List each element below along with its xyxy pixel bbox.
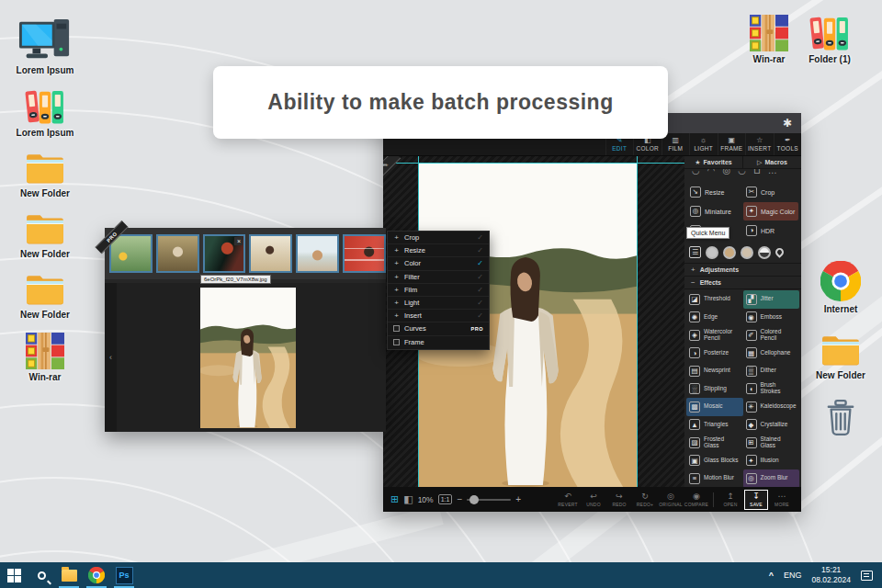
effect-cellophane[interactable]: ▦Cellophane xyxy=(743,345,800,363)
language-indicator[interactable]: ENG xyxy=(784,571,802,580)
menu-item-curves[interactable]: CurvesPRO xyxy=(388,322,489,335)
desktop-icon-lorem-ipsum[interactable]: Lorem Ipsum xyxy=(11,17,79,75)
collapse-arrow-icon[interactable]: ‹ xyxy=(109,353,112,362)
action-original[interactable]: ◎ORIGINAL xyxy=(659,492,683,507)
menu-item-filter[interactable]: +Filter✓ xyxy=(388,271,489,284)
desktop-icon-trash[interactable] xyxy=(812,399,869,437)
thumbnail-field-person-yellow-jacket[interactable] xyxy=(109,234,153,273)
action-more[interactable]: ⋯MORE xyxy=(770,492,794,507)
effect-colored-pencil[interactable]: ✐Colored Pencil xyxy=(743,326,800,345)
effect-edge[interactable]: ✺Edge xyxy=(686,309,743,327)
menu-item-frame[interactable]: Frame xyxy=(388,336,489,349)
preset-circle-4[interactable] xyxy=(758,246,771,259)
close-icon[interactable]: × xyxy=(234,237,243,245)
start-button[interactable] xyxy=(0,562,28,588)
effect-dither[interactable]: ▒Dither xyxy=(743,362,800,380)
checkbox[interactable] xyxy=(393,339,400,345)
action-undo[interactable]: ↩UNDO xyxy=(582,492,605,507)
menu-item-color[interactable]: +Color✓ xyxy=(388,257,489,270)
effect-stained-glass[interactable]: ⊞Stained Glass xyxy=(743,434,800,452)
effect-newsprint[interactable]: ▤Newsprint xyxy=(686,362,743,380)
action-redo[interactable]: ↪REDO xyxy=(607,492,631,507)
action-redo[interactable]: ↻REDO+ xyxy=(633,492,657,507)
effect-watercolor-pencil[interactable]: ◈Watercolor Pencil xyxy=(686,326,743,345)
tab-frame[interactable]: ▣FRAME xyxy=(718,133,746,155)
action-revert[interactable]: ↶REVERT xyxy=(556,492,580,507)
action-compare[interactable]: ◉COMPARE xyxy=(684,492,708,507)
desktop-icon-folder-1[interactable]: Folder (1) xyxy=(808,15,851,64)
grid-view-icon[interactable]: ⊞ xyxy=(390,494,399,504)
tool-miniature[interactable]: ◎Miniature xyxy=(687,202,742,220)
effect-motion-blur[interactable]: ≡Motion Blur xyxy=(686,469,743,487)
thumbnail-dark-artistic-portrait[interactable]: × xyxy=(203,234,246,273)
menu-item-insert[interactable]: +Insert✓ xyxy=(388,310,489,322)
preset-circle-1[interactable] xyxy=(706,246,718,259)
effect-mosaic[interactable]: ▩Mosaic xyxy=(686,398,743,416)
desktop-icon-internet[interactable]: Internet xyxy=(812,261,869,314)
tray-expand-chevron[interactable]: ^ xyxy=(769,571,774,580)
effect-emboss[interactable]: ◉Emboss xyxy=(743,309,800,327)
effect-brush-strokes[interactable]: ◖Brush Strokes xyxy=(743,380,800,399)
effect-threshold[interactable]: ◪Threshold xyxy=(686,290,743,309)
thumbnail-woman-in-tall-flowers[interactable] xyxy=(156,234,199,273)
tab-tools[interactable]: ✒TOOLS xyxy=(774,133,802,155)
taskbar-file-explorer[interactable] xyxy=(55,562,83,588)
taskbar-clock[interactable]: 15:21 08.02.2024 xyxy=(811,565,851,584)
menu-item-film[interactable]: +Film✓ xyxy=(388,284,489,297)
desktop-icon-new-folder[interactable]: New Folder xyxy=(11,151,79,198)
menu-item-crop[interactable]: +Crop✓ xyxy=(388,232,489,244)
effect-crystallize[interactable]: ◆Crystallize xyxy=(743,416,800,435)
tool-crop[interactable]: ✂Crop xyxy=(743,183,798,201)
desktop-icon-lorem-ipsum[interactable]: Lorem Ipsum xyxy=(11,88,79,138)
desktop-icon-new-folder[interactable]: New Folder xyxy=(812,333,869,380)
tool-hdr[interactable]: ◑HDR xyxy=(743,221,798,240)
effect-stippling[interactable]: ░Stippling xyxy=(686,380,743,399)
effect-frosted-glass[interactable]: ▨Frosted Glass xyxy=(686,434,743,452)
effect-posterize[interactable]: ◑Posterize xyxy=(686,345,743,363)
desktop-icon-new-folder[interactable]: New Folder xyxy=(11,272,79,320)
batch-preview-photo[interactable] xyxy=(200,288,296,428)
settings-gear-icon[interactable]: ✱ xyxy=(783,118,792,129)
zoom-out-button[interactable]: − xyxy=(457,494,462,504)
menu-item-light[interactable]: +Light✓ xyxy=(388,297,489,310)
effects-section-header[interactable]: −Effects xyxy=(684,277,801,289)
desktop-icon-new-folder[interactable]: New Folder xyxy=(11,211,79,259)
preset-circle-2[interactable] xyxy=(723,246,736,259)
tab-light[interactable]: ☼LIGHT xyxy=(689,133,718,155)
effect-triangles[interactable]: ▲Triangles xyxy=(686,416,743,435)
favorites-button[interactable]: ★Favorites xyxy=(684,156,742,168)
taskbar-photoshop[interactable]: Ps xyxy=(110,562,138,588)
tool-magic-color[interactable]: ✦Magic Color xyxy=(743,202,798,220)
action-save[interactable]: ↧SAVE xyxy=(744,490,768,510)
taskbar-search-button[interactable] xyxy=(28,562,55,588)
action-open[interactable]: ↥OPEN xyxy=(718,492,742,507)
effect-zoom-blur[interactable]: ◎Zoom Blur xyxy=(743,469,800,487)
thumbnail-woman-at-beach[interactable] xyxy=(296,234,339,273)
desktop-icon-win-rar[interactable]: Win-rar xyxy=(11,333,79,382)
preset-droplet-icon[interactable] xyxy=(774,246,786,258)
zoom-in-button[interactable]: + xyxy=(515,494,521,504)
zoom-slider-knob[interactable] xyxy=(469,495,479,504)
notification-center-icon[interactable] xyxy=(861,571,873,581)
zoom-slider[interactable] xyxy=(467,499,511,501)
effect-illusion[interactable]: ✦Illusion xyxy=(743,452,800,470)
tool-resize[interactable]: ↘Resize xyxy=(687,183,742,201)
crop-guide-horizontal[interactable] xyxy=(383,163,684,164)
desktop-icon-win-rar[interactable]: Win-rar xyxy=(750,15,788,64)
effect-jitter[interactable]: ▞Jitter xyxy=(743,290,800,309)
preset-menu-icon[interactable]: ☰ xyxy=(689,246,701,258)
split-view-icon[interactable]: ◧ xyxy=(403,494,413,504)
tab-insert[interactable]: ☆INSERT xyxy=(745,133,774,155)
adjustments-section-header[interactable]: +Adjustments xyxy=(684,264,801,277)
effect-glass-blocks[interactable]: ▣Glass Blocks xyxy=(686,452,743,470)
thumbnail-woman-with-pampas[interactable] xyxy=(249,234,292,273)
preset-circle-3[interactable] xyxy=(741,246,753,259)
checkbox[interactable] xyxy=(393,325,400,332)
thumbnail-athlete-on-red-track[interactable] xyxy=(343,234,386,273)
menu-item-resize[interactable]: +Resize✓ xyxy=(388,244,489,257)
effect-kaleidoscope[interactable]: ✳Kaleidoscope xyxy=(743,398,800,416)
macros-button[interactable]: ▷Macros xyxy=(742,156,801,168)
crop-guide-right[interactable] xyxy=(637,156,638,487)
taskbar-chrome[interactable] xyxy=(83,562,110,588)
ratio-1-1-button[interactable]: 1:1 xyxy=(438,494,453,504)
